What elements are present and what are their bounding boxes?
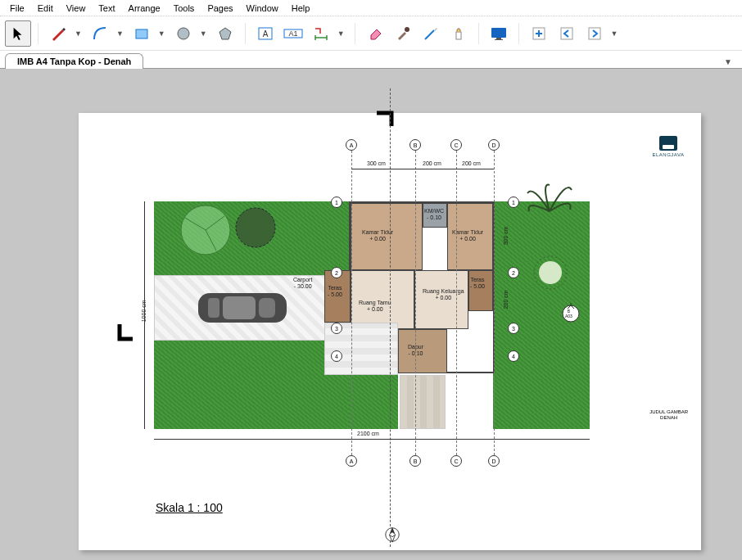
menu-view[interactable]: View [60, 2, 93, 15]
cursor-icon [11, 26, 25, 41]
text-icon: A [257, 25, 274, 42]
svg-point-23 [539, 261, 562, 284]
dropdown-arrow-icon[interactable]: ▼ [155, 29, 169, 38]
grid-bubble-b-top: B [409, 139, 421, 151]
menu-file[interactable]: File [3, 2, 31, 15]
dim-line-bottom [154, 439, 590, 440]
separator [245, 23, 246, 44]
tool-text-along[interactable]: A1 [280, 20, 306, 47]
gridline-c [456, 151, 457, 455]
drawing-canvas[interactable]: ELANGJAVA [0, 69, 742, 560]
dropdown-arrow-icon[interactable]: ▼ [334, 29, 348, 38]
scale-label: Skala 1 : 100 [156, 501, 223, 514]
page-prev-icon [559, 25, 575, 42]
bush-icon [231, 205, 280, 251]
rectangle-icon [133, 25, 150, 42]
tool-page-next[interactable] [581, 20, 608, 47]
dropdown-arrow-icon[interactable]: ▼ [608, 29, 622, 38]
logo-icon [659, 136, 677, 151]
dim-line-left [144, 201, 145, 429]
menu-pages[interactable]: Pages [201, 2, 239, 15]
grid-bubble-1-l: 1 [331, 196, 342, 208]
dropdown-arrow-icon[interactable]: ▼ [71, 29, 85, 38]
tool-dimension[interactable] [308, 20, 334, 47]
grid-bubble-a-top: A [346, 139, 357, 151]
menu-help[interactable]: Help [285, 2, 317, 15]
menu-arrange[interactable]: Arrange [122, 2, 167, 15]
svg-rect-9 [491, 28, 506, 38]
menu-edit[interactable]: Edit [31, 2, 60, 15]
back-patio [400, 375, 446, 429]
tool-page-prev[interactable] [554, 20, 580, 47]
pencil-icon [50, 25, 66, 42]
lawn-strip [349, 375, 398, 429]
svg-marker-2 [219, 28, 231, 39]
crop-mark-icon [116, 324, 133, 349]
svg-rect-13 [561, 28, 572, 39]
page-next-icon [586, 25, 603, 42]
svg-rect-10 [496, 38, 501, 39]
tab-overflow-dropdown[interactable]: ▼ [719, 56, 737, 68]
tree-icon [177, 201, 234, 259]
crop-mark-icon [377, 110, 401, 126]
dropdown-arrow-icon[interactable]: ▼ [113, 29, 127, 38]
room-rtamu [351, 270, 414, 329]
grid-bubble-3-l: 3 [331, 323, 342, 334]
logo: ELANGJAVA [650, 136, 686, 157]
measure-icon [313, 25, 329, 42]
grid-bubble-2-r: 2 [508, 267, 519, 278]
shrub-icon [527, 252, 573, 293]
svg-rect-0 [136, 29, 147, 38]
grid-bubble-1-r: 1 [508, 196, 519, 208]
tool-knife[interactable] [418, 20, 444, 47]
title-block-value: DENAH [649, 415, 688, 421]
tool-text[interactable]: A [252, 20, 278, 47]
tool-rectangle[interactable] [129, 20, 155, 47]
svg-rect-14 [589, 28, 600, 39]
room-rkel [414, 270, 468, 329]
menu-text[interactable]: Text [92, 2, 121, 15]
gridline-d [494, 151, 495, 455]
tab-document[interactable]: IMB A4 Tanpa Kop - Denah [5, 53, 143, 69]
menubar: File Edit View Text Arrange Tools Pages … [0, 0, 742, 16]
glue-icon [450, 25, 467, 42]
tabbar: IMB A4 Tanpa Kop - Denah ▼ [0, 51, 742, 69]
grid-bubble-c-top: C [450, 139, 462, 151]
tool-line[interactable] [45, 20, 71, 47]
dropdown-arrow-icon[interactable]: ▼ [197, 29, 210, 38]
menu-tools[interactable]: Tools [167, 2, 201, 15]
separator [478, 23, 479, 44]
grid-bubble-a-bot: A [346, 455, 357, 467]
tool-present[interactable] [486, 20, 512, 47]
svg-rect-17 [208, 298, 219, 318]
separator [518, 23, 519, 44]
svg-rect-16 [223, 296, 256, 319]
tool-page-add[interactable] [526, 20, 552, 47]
tool-eraser[interactable] [362, 20, 388, 47]
polygon-icon [217, 25, 233, 42]
separator [355, 23, 355, 44]
room-teras2 [468, 270, 493, 311]
room-kamar2 [447, 203, 493, 270]
svg-point-7 [405, 27, 409, 32]
gridline-a [351, 151, 352, 455]
svg-text:A: A [262, 29, 268, 38]
circle-icon [175, 25, 192, 42]
grid-bubble-2-l: 2 [331, 267, 342, 278]
car-icon [193, 287, 292, 329]
tool-glue[interactable] [446, 20, 472, 47]
menu-window[interactable]: Window [240, 2, 285, 15]
tool-eyedropper[interactable] [390, 20, 416, 47]
room-kmwc [423, 203, 447, 228]
tool-arc[interactable] [87, 20, 113, 47]
dim-line-top [351, 169, 494, 169]
arc-icon [92, 25, 108, 42]
tool-polygon[interactable] [212, 20, 238, 47]
svg-rect-8 [456, 32, 461, 39]
separator [38, 23, 38, 44]
room-dapur [398, 329, 447, 373]
tool-circle[interactable] [170, 20, 197, 47]
svg-point-1 [178, 28, 189, 39]
logo-text: ELANGJAVA [650, 152, 686, 157]
tool-select[interactable] [5, 20, 31, 47]
